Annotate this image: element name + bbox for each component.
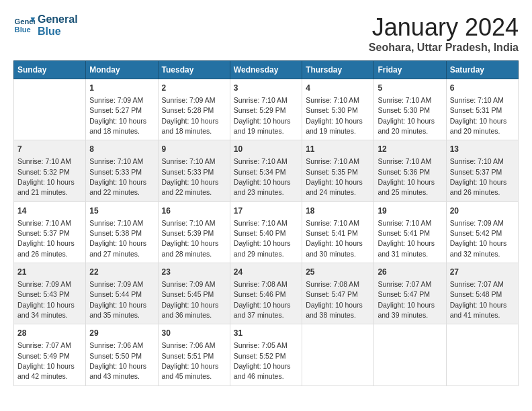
daylight-text: Daylight: 10 hours and 18 minutes. (89, 117, 146, 135)
day-number: 7 (17, 144, 82, 155)
daylight-text: Daylight: 10 hours and 23 minutes. (234, 178, 291, 196)
calendar-cell: 24 Sunrise: 7:08 AM Sunset: 5:46 PM Dayl… (230, 263, 302, 324)
daylight-text: Daylight: 10 hours and 26 minutes. (17, 239, 75, 257)
sunset-text: Sunset: 5:32 PM (17, 168, 70, 176)
sunset-text: Sunset: 5:30 PM (306, 106, 358, 114)
calendar-cell: 31 Sunrise: 7:05 AM Sunset: 5:52 PM Dayl… (230, 324, 302, 385)
daylight-text: Daylight: 10 hours and 22 minutes. (89, 178, 146, 196)
logo: General Blue General Blue (13, 13, 78, 37)
daylight-text: Daylight: 10 hours and 39 minutes. (378, 301, 435, 319)
calendar-cell: 15 Sunrise: 7:10 AM Sunset: 5:38 PM Dayl… (86, 201, 158, 263)
calendar-cell: 10 Sunrise: 7:10 AM Sunset: 5:34 PM Dayl… (230, 140, 302, 201)
day-number: 16 (162, 205, 226, 217)
day-number: 17 (234, 205, 298, 217)
calendar-cell: 28 Sunrise: 7:07 AM Sunset: 5:49 PM Dayl… (14, 324, 86, 385)
daylight-text: Daylight: 10 hours and 31 minutes. (378, 239, 435, 257)
sunset-text: Sunset: 5:40 PM (234, 229, 286, 237)
sunset-text: Sunset: 5:27 PM (89, 106, 142, 114)
sunrise-text: Sunrise: 7:10 AM (234, 219, 287, 227)
calendar-week-row: 28 Sunrise: 7:07 AM Sunset: 5:49 PM Dayl… (14, 324, 519, 385)
daylight-text: Daylight: 10 hours and 37 minutes. (234, 301, 291, 319)
daylight-text: Daylight: 10 hours and 28 minutes. (162, 239, 219, 257)
sunset-text: Sunset: 5:36 PM (378, 168, 430, 176)
calendar-cell: 19 Sunrise: 7:10 AM Sunset: 5:41 PM Dayl… (374, 201, 446, 263)
calendar-cell (446, 324, 518, 385)
sunset-text: Sunset: 5:52 PM (234, 352, 286, 360)
sunset-text: Sunset: 5:41 PM (378, 229, 430, 237)
daylight-text: Daylight: 10 hours and 30 minutes. (306, 239, 363, 257)
day-number: 19 (378, 205, 442, 217)
day-number: 9 (162, 144, 226, 155)
calendar-cell: 17 Sunrise: 7:10 AM Sunset: 5:40 PM Dayl… (230, 201, 302, 263)
day-number: 26 (378, 267, 442, 278)
calendar-cell (302, 324, 374, 385)
calendar-cell: 7 Sunrise: 7:10 AM Sunset: 5:32 PM Dayli… (14, 140, 86, 201)
sunrise-text: Sunrise: 7:10 AM (89, 157, 143, 165)
sunrise-text: Sunrise: 7:10 AM (378, 96, 431, 104)
daylight-text: Daylight: 10 hours and 42 minutes. (17, 362, 75, 380)
sunrise-text: Sunrise: 7:06 AM (89, 341, 143, 349)
sunrise-text: Sunrise: 7:10 AM (306, 157, 359, 165)
calendar-cell: 27 Sunrise: 7:07 AM Sunset: 5:48 PM Dayl… (446, 263, 518, 324)
weekday-header: Friday (374, 61, 446, 79)
calendar-cell: 22 Sunrise: 7:09 AM Sunset: 5:44 PM Dayl… (86, 263, 158, 324)
sunrise-text: Sunrise: 7:09 AM (162, 280, 216, 288)
day-number: 4 (306, 83, 370, 94)
calendar-cell: 8 Sunrise: 7:10 AM Sunset: 5:33 PM Dayli… (86, 140, 158, 201)
calendar-week-row: 7 Sunrise: 7:10 AM Sunset: 5:32 PM Dayli… (14, 140, 519, 201)
weekday-header: Tuesday (158, 61, 230, 79)
day-number: 14 (17, 205, 82, 217)
sunset-text: Sunset: 5:29 PM (234, 106, 286, 114)
weekday-header: Saturday (446, 61, 518, 79)
calendar-cell: 3 Sunrise: 7:10 AM Sunset: 5:29 PM Dayli… (230, 79, 302, 140)
day-number: 13 (450, 144, 515, 155)
day-number: 22 (89, 267, 154, 278)
sunrise-text: Sunrise: 7:07 AM (378, 280, 431, 288)
header: General Blue General Blue January 2024 S… (13, 13, 519, 54)
daylight-text: Daylight: 10 hours and 38 minutes. (306, 301, 363, 319)
day-number: 23 (162, 267, 226, 278)
sunset-text: Sunset: 5:37 PM (450, 168, 502, 176)
sunset-text: Sunset: 5:47 PM (378, 290, 430, 298)
sunset-text: Sunset: 5:39 PM (162, 229, 214, 237)
sunrise-text: Sunrise: 7:09 AM (17, 280, 71, 288)
day-number: 18 (306, 205, 370, 217)
calendar-week-row: 1 Sunrise: 7:09 AM Sunset: 5:27 PM Dayli… (14, 79, 519, 140)
day-number: 11 (306, 144, 370, 155)
calendar-cell: 18 Sunrise: 7:10 AM Sunset: 5:41 PM Dayl… (302, 201, 374, 263)
sunset-text: Sunset: 5:34 PM (234, 168, 286, 176)
day-number: 8 (89, 144, 154, 155)
day-number: 3 (234, 83, 298, 94)
sunrise-text: Sunrise: 7:10 AM (162, 219, 216, 227)
day-number: 15 (89, 205, 154, 217)
daylight-text: Daylight: 10 hours and 22 minutes. (162, 178, 219, 196)
page-title: January 2024 (369, 13, 519, 42)
sunrise-text: Sunrise: 7:08 AM (306, 280, 359, 288)
sunrise-text: Sunrise: 7:10 AM (378, 219, 431, 227)
sunrise-text: Sunrise: 7:10 AM (89, 219, 143, 227)
daylight-text: Daylight: 10 hours and 43 minutes. (89, 362, 146, 380)
sunrise-text: Sunrise: 7:09 AM (162, 96, 216, 104)
calendar-cell: 14 Sunrise: 7:10 AM Sunset: 5:37 PM Dayl… (14, 201, 86, 263)
day-number: 31 (234, 328, 298, 339)
weekday-header: Monday (86, 61, 158, 79)
sunrise-text: Sunrise: 7:10 AM (17, 157, 71, 165)
daylight-text: Daylight: 10 hours and 18 minutes. (162, 117, 219, 135)
sunset-text: Sunset: 5:30 PM (378, 106, 430, 114)
calendar-cell: 13 Sunrise: 7:10 AM Sunset: 5:37 PM Dayl… (446, 140, 518, 201)
daylight-text: Daylight: 10 hours and 34 minutes. (17, 301, 75, 319)
day-number: 6 (450, 83, 515, 94)
daylight-text: Daylight: 10 hours and 41 minutes. (450, 301, 507, 319)
sunrise-text: Sunrise: 7:10 AM (450, 157, 504, 165)
sunset-text: Sunset: 5:47 PM (306, 290, 358, 298)
day-number: 29 (89, 328, 154, 339)
day-number: 2 (162, 83, 226, 94)
title-area: January 2024 Seohara, Uttar Pradesh, Ind… (369, 13, 519, 54)
day-number: 28 (17, 328, 82, 339)
sunrise-text: Sunrise: 7:09 AM (89, 96, 143, 104)
sunrise-text: Sunrise: 7:10 AM (234, 157, 287, 165)
sunset-text: Sunset: 5:49 PM (17, 352, 70, 360)
calendar-cell: 1 Sunrise: 7:09 AM Sunset: 5:27 PM Dayli… (86, 79, 158, 140)
daylight-text: Daylight: 10 hours and 45 minutes. (162, 362, 219, 380)
calendar-cell: 12 Sunrise: 7:10 AM Sunset: 5:36 PM Dayl… (374, 140, 446, 201)
